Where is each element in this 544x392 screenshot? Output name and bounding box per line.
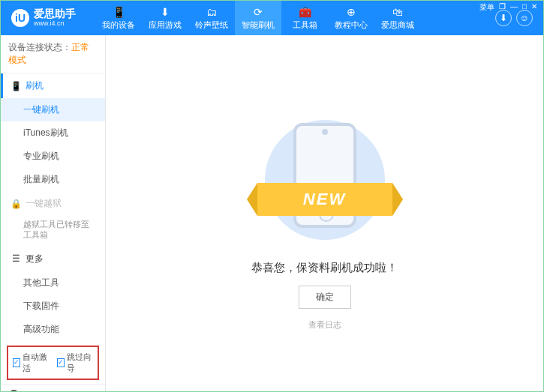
sidebar-item-batch-flash[interactable]: 批量刷机 [1, 168, 105, 191]
device-icon: 📱 [8, 390, 20, 392]
app-url: www.i4.cn [34, 20, 76, 28]
window-controls-top: 菜单 ❐ — □ ✕ [479, 2, 537, 13]
view-log-link[interactable]: 查看日志 [308, 319, 341, 331]
top-nav: 📱我的设备 ⬇应用游戏 🗂铃声壁纸 ⟳智能刷机 🧰工具箱 ⊕教程中心 🛍爱思商城 [95, 1, 495, 35]
sidebar-section-flash[interactable]: 📱 刷机 [1, 73, 105, 98]
flash-options-box: ✓自动激活 ✓跳过向导 [7, 346, 99, 380]
nav-ringtones[interactable]: 🗂铃声壁纸 [188, 1, 235, 35]
nav-toolbox[interactable]: 🧰工具箱 [281, 1, 328, 35]
device-icon: 📱 [113, 6, 125, 18]
success-message: 恭喜您，保资料刷机成功啦！ [251, 261, 398, 275]
ringtone-icon: 🗂 [206, 6, 218, 18]
lock-icon: 🔒 [11, 199, 21, 209]
logo-badge-icon: iU [11, 9, 29, 27]
connection-status: 设备连接状态：正常模式 [1, 35, 105, 73]
sidebar-section-jailbreak[interactable]: 🔒 一键越狱 [1, 191, 105, 216]
app-logo: iU 爱思助手 www.i4.cn [7, 8, 80, 27]
nav-apps-games[interactable]: ⬇应用游戏 [142, 1, 188, 35]
sidebar-item-one-click-flash[interactable]: 一键刷机 [1, 98, 105, 121]
restore-icon[interactable]: ❐ [499, 2, 506, 13]
minimize-icon[interactable]: — [510, 2, 518, 13]
success-illustration: NEW [250, 115, 400, 250]
main-content: NEW 恭喜您，保资料刷机成功啦！ 确定 查看日志 阻止iTunes运行 V7.… [106, 35, 543, 392]
jailbreak-note: 越狱工具已转移至 工具箱 [1, 216, 105, 247]
phone-icon: 📱 [11, 81, 21, 91]
device-name: 📱iPhone 12 mini [8, 390, 98, 392]
titlebar: iU 爱思助手 www.i4.cn 📱我的设备 ⬇应用游戏 🗂铃声壁纸 ⟳智能刷… [1, 1, 543, 35]
flash-icon: ⟳ [252, 6, 264, 18]
list-icon: ☰ [11, 253, 21, 264]
close-icon[interactable]: ✕ [531, 2, 537, 13]
nav-my-device[interactable]: 📱我的设备 [95, 1, 142, 35]
sidebar: 设备连接状态：正常模式 📱 刷机 一键刷机 iTunes刷机 专业刷机 批量刷机… [1, 35, 106, 392]
confirm-button[interactable]: 确定 [299, 286, 351, 309]
menu-icon[interactable]: 菜单 [479, 2, 494, 13]
device-info[interactable]: 📱iPhone 12 mini 64GB Down-12mini-13,1 [1, 385, 105, 392]
tutorial-icon: ⊕ [345, 6, 357, 18]
sidebar-item-download-firmware[interactable]: 下载固件 [1, 295, 105, 318]
store-icon: 🛍 [392, 6, 404, 18]
sidebar-item-pro-flash[interactable]: 专业刷机 [1, 145, 105, 168]
sidebar-item-other-tools[interactable]: 其他工具 [1, 271, 105, 295]
toolbox-icon: 🧰 [299, 6, 311, 18]
nav-store[interactable]: 🛍爱思商城 [374, 1, 421, 35]
auto-activate-checkbox[interactable]: ✓自动激活 [13, 352, 50, 374]
maximize-icon[interactable]: □ [522, 2, 527, 13]
nav-tutorials[interactable]: ⊕教程中心 [328, 1, 374, 35]
new-ribbon: NEW [257, 183, 392, 216]
sidebar-section-more[interactable]: ☰ 更多 [1, 247, 105, 271]
apps-icon: ⬇ [159, 6, 171, 18]
sidebar-item-advanced[interactable]: 高级功能 [1, 318, 105, 341]
nav-smart-flash[interactable]: ⟳智能刷机 [235, 1, 281, 35]
sidebar-item-itunes-flash[interactable]: iTunes刷机 [1, 121, 105, 145]
app-title: 爱思助手 [34, 8, 76, 19]
skip-guide-checkbox[interactable]: ✓跳过向导 [57, 352, 94, 374]
